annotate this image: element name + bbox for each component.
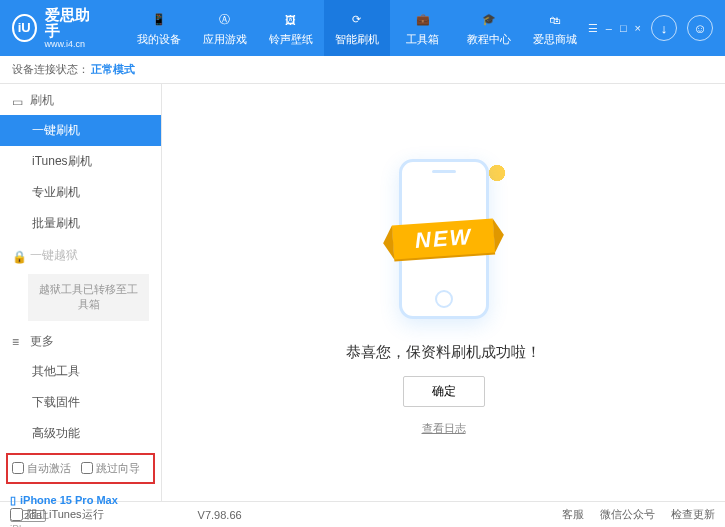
window-control[interactable]: □ <box>620 22 627 35</box>
nav-label: 工具箱 <box>406 32 439 47</box>
nav-icon: ⟳ <box>347 10 367 30</box>
download-button[interactable]: ↓ <box>651 15 677 41</box>
checkbox-label: 阻止iTunes运行 <box>27 507 104 522</box>
sidebar-section-label: 刷机 <box>30 92 54 109</box>
skip-setup-checkbox[interactable]: 跳过向导 <box>81 461 140 476</box>
sidebar-item[interactable]: 一键刷机 <box>0 115 161 146</box>
app-url: www.i4.cn <box>45 40 96 50</box>
flash-options-box: 自动激活 跳过向导 <box>6 453 155 484</box>
status-value: 正常模式 <box>91 62 135 77</box>
sidebar-section-more[interactable]: ≡ 更多 <box>0 325 161 356</box>
main-content: NEW 恭喜您，保资料刷机成功啦！ 确定 查看日志 <box>162 84 725 501</box>
nav-icon: Ⓐ <box>215 10 235 30</box>
logo-icon: iU <box>12 14 37 42</box>
auto-activate-checkbox[interactable]: 自动激活 <box>12 461 71 476</box>
lock-icon: 🔒 <box>12 250 24 262</box>
checkbox-input[interactable] <box>12 462 24 474</box>
sidebar-item[interactable]: 下载固件 <box>0 387 161 418</box>
view-log-link[interactable]: 查看日志 <box>422 421 466 436</box>
app-name: 爱思助手 <box>45 7 96 40</box>
nav-label: 铃声壁纸 <box>269 32 313 47</box>
window-control[interactable]: × <box>635 22 641 35</box>
new-banner: NEW <box>392 219 495 260</box>
nav-我的设备[interactable]: 📱我的设备 <box>126 0 192 56</box>
checkbox-input[interactable] <box>10 508 23 521</box>
nav-工具箱[interactable]: 💼工具箱 <box>390 0 456 56</box>
top-nav: 📱我的设备Ⓐ应用游戏🖼铃声壁纸⟳智能刷机💼工具箱🎓教程中心🛍爱思商城 <box>126 0 588 56</box>
nav-icon: 🖼 <box>281 10 301 30</box>
ok-button[interactable]: 确定 <box>403 376 485 407</box>
nav-icon: 📱 <box>149 10 169 30</box>
nav-智能刷机[interactable]: ⟳智能刷机 <box>324 0 390 56</box>
phone-icon: ▯ <box>10 494 16 507</box>
success-message: 恭喜您，保资料刷机成功啦！ <box>346 343 541 362</box>
more-icon: ≡ <box>12 335 24 347</box>
nav-label: 应用游戏 <box>203 32 247 47</box>
nav-label: 爱思商城 <box>533 32 577 47</box>
device-status-bar: 设备连接状态： 正常模式 <box>0 56 725 84</box>
user-button[interactable]: ☺ <box>687 15 713 41</box>
nav-应用游戏[interactable]: Ⓐ应用游戏 <box>192 0 258 56</box>
sidebar: ▭ 刷机 一键刷机iTunes刷机专业刷机批量刷机 🔒 一键越狱 越狱工具已转移… <box>0 84 162 501</box>
nav-教程中心[interactable]: 🎓教程中心 <box>456 0 522 56</box>
sidebar-item[interactable]: 其他工具 <box>0 356 161 387</box>
titlebar: iU 爱思助手 www.i4.cn 📱我的设备Ⓐ应用游戏🖼铃声壁纸⟳智能刷机💼工… <box>0 0 725 56</box>
window-control[interactable]: ☰ <box>588 22 598 35</box>
nav-爱思商城[interactable]: 🛍爱思商城 <box>522 0 588 56</box>
nav-label: 教程中心 <box>467 32 511 47</box>
window-controls: ☰–□× <box>588 22 641 35</box>
sidebar-section-flash[interactable]: ▭ 刷机 <box>0 84 161 115</box>
nav-铃声壁纸[interactable]: 🖼铃声壁纸 <box>258 0 324 56</box>
sidebar-item[interactable]: 高级功能 <box>0 418 161 449</box>
sidebar-section-label: 一键越狱 <box>30 247 78 264</box>
nav-icon: 🎓 <box>479 10 499 30</box>
success-illustration: NEW <box>359 149 529 329</box>
sidebar-item[interactable]: 专业刷机 <box>0 177 161 208</box>
app-logo: iU 爱思助手 www.i4.cn <box>12 7 96 50</box>
nav-label: 我的设备 <box>137 32 181 47</box>
sidebar-section-label: 更多 <box>30 333 54 350</box>
block-itunes-checkbox[interactable]: 阻止iTunes运行 <box>10 507 104 522</box>
footer-link[interactable]: 客服 <box>562 507 584 522</box>
flash-icon: ▭ <box>12 95 24 107</box>
status-label: 设备连接状态： <box>12 62 89 77</box>
checkbox-label: 跳过向导 <box>96 461 140 476</box>
footer-link[interactable]: 微信公众号 <box>600 507 655 522</box>
jailbreak-note: 越狱工具已转移至工具箱 <box>28 274 149 321</box>
sidebar-section-jailbreak: 🔒 一键越狱 <box>0 239 161 270</box>
nav-icon: 💼 <box>413 10 433 30</box>
sidebar-item[interactable]: iTunes刷机 <box>0 146 161 177</box>
version-label: V7.98.66 <box>198 509 242 521</box>
device-name: iPhone 15 Pro Max <box>20 494 118 506</box>
window-control[interactable]: – <box>606 22 612 35</box>
checkbox-input[interactable] <box>81 462 93 474</box>
checkbox-label: 自动激活 <box>27 461 71 476</box>
footer-link[interactable]: 检查更新 <box>671 507 715 522</box>
sidebar-item[interactable]: 批量刷机 <box>0 208 161 239</box>
nav-icon: 🛍 <box>545 10 565 30</box>
nav-label: 智能刷机 <box>335 32 379 47</box>
